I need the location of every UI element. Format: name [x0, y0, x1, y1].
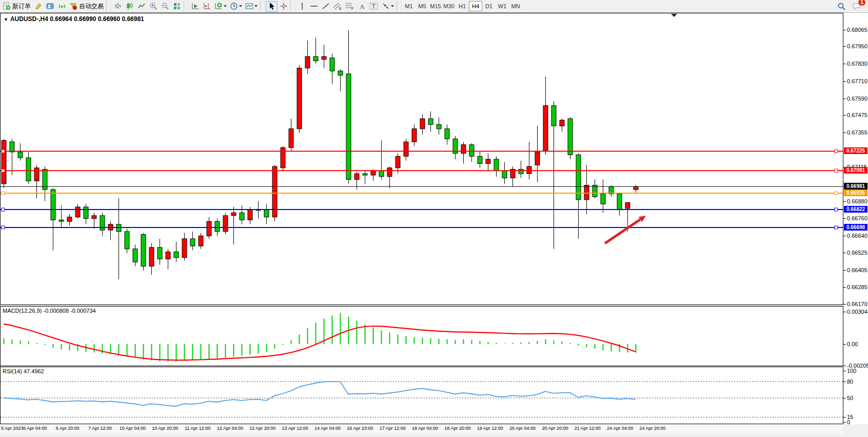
text-label-icon: T	[369, 2, 379, 10]
indicators-button[interactable]	[213, 1, 228, 12]
cursor-button[interactable]	[266, 1, 278, 12]
time-axis-label: 6 Apr 04:00	[23, 426, 47, 431]
candle-body	[10, 142, 14, 152]
time-axis-label: 17 Apr 12:00	[380, 426, 406, 431]
candle-body	[133, 249, 137, 262]
time-axis-label: 10 Apr 04:00	[120, 426, 146, 431]
timeframe-button-h4[interactable]: H4	[469, 1, 482, 11]
candle-body	[551, 106, 556, 126]
fibo-glyph: F	[351, 7, 353, 10]
candle-body	[543, 106, 548, 150]
search-icon	[837, 2, 846, 11]
notification-badge: 1	[858, 0, 866, 6]
time-axis-label: 12 Apr 20:00	[249, 426, 275, 431]
timeframe-button-h1[interactable]: H1	[456, 1, 469, 11]
time-axis-label: 24 Apr 20:00	[639, 426, 665, 431]
periods-button[interactable]	[228, 1, 244, 12]
candle-body	[404, 142, 408, 156]
text-label-button[interactable]: T	[368, 1, 380, 12]
candles-chart-icon	[126, 2, 134, 10]
macd-panel[interactable]: MACD(12,26,9) -0.000808 -0.000734	[0, 306, 843, 366]
zoom-out-button[interactable]	[159, 1, 171, 12]
text-button[interactable]: A	[356, 1, 368, 12]
timeframe-button-m5[interactable]: M5	[416, 1, 429, 11]
axis-tick-label: 0.67475	[847, 112, 867, 118]
chevron-down-icon	[254, 5, 258, 7]
styler-button[interactable]	[32, 1, 44, 12]
candle-body	[412, 129, 417, 142]
templates-button[interactable]	[244, 1, 259, 12]
candle-body	[157, 248, 162, 259]
fibo-button[interactable]: F	[344, 1, 356, 12]
candlestick-plot	[1, 13, 843, 305]
chart-shift-icon	[203, 2, 211, 10]
tile-windows-icon	[173, 2, 181, 10]
candle-body	[84, 207, 88, 219]
axis-tick-label: 0.67355	[847, 129, 867, 136]
template-icon	[245, 2, 253, 10]
axis-tick-mark	[843, 218, 846, 219]
chart-title-symbol: AUDUSD-,H4	[10, 15, 48, 23]
search-button[interactable]	[836, 1, 847, 12]
new-order-icon	[3, 2, 11, 10]
candle-body	[305, 56, 310, 68]
time-axis-label: 5 Apr 2023	[1, 426, 24, 431]
candle-body	[387, 168, 392, 177]
axis-tick-mark	[843, 270, 846, 271]
candle-body	[166, 252, 170, 259]
time-axis-label: 6 Apr 20:00	[56, 426, 80, 431]
time-axis[interactable]: 5 Apr 20236 Apr 04:006 Apr 20:007 Apr 12…	[0, 424, 843, 434]
axis-tick-label: 0.68065	[847, 27, 867, 33]
profiles-button[interactable]	[44, 1, 56, 12]
time-axis-label: 19 Apr 12:00	[477, 426, 503, 431]
timeframe-button-m30[interactable]: M30	[442, 1, 456, 11]
candle-body	[568, 119, 573, 155]
chart-shift-button[interactable]	[201, 1, 213, 12]
axis-tick-mark	[843, 30, 846, 30]
rsi-panel[interactable]: RSI(14) 47.4962	[0, 367, 843, 424]
candle-body	[354, 174, 359, 179]
autotrade-button[interactable]: 自动交易	[68, 1, 105, 12]
time-axis-label: 11 Apr 12:00	[185, 426, 210, 431]
candle-body	[330, 58, 334, 71]
rsi-plot	[1, 367, 843, 424]
axis-tick-mark	[843, 398, 846, 398]
line-anchor	[835, 149, 838, 153]
candle-body	[174, 252, 179, 257]
rsi-tick-label: 100	[847, 368, 856, 374]
crosshair-button[interactable]	[278, 1, 289, 12]
timeframe-button-m1[interactable]: M1	[402, 1, 416, 11]
trendline-button[interactable]	[320, 1, 331, 12]
candle-body	[527, 166, 531, 174]
styler-icon	[34, 2, 43, 10]
horizontal-line-button[interactable]	[308, 1, 320, 12]
timeframe-button-d1[interactable]: D1	[482, 1, 496, 11]
candle-body	[601, 194, 605, 204]
chart-title-quotes: 0.66964 0.66990 0.66960 0.66981	[50, 15, 144, 23]
candle-body	[26, 158, 31, 181]
axis-tick-mark	[843, 366, 846, 366]
candle-body	[223, 216, 228, 232]
price-chart-panel[interactable]: ▼AUDUSD-,H4 0.66964 0.66990 0.66960 0.66…	[0, 13, 843, 305]
tile-windows-button[interactable]	[171, 1, 183, 12]
arrows-button[interactable]	[380, 1, 396, 12]
new-order-button[interactable]: 新订单	[1, 1, 32, 12]
timeframe-button-w1[interactable]: W1	[496, 1, 509, 11]
candle-body	[617, 194, 622, 210]
bars-chart-button[interactable]	[112, 1, 124, 12]
price-axis[interactable]: 0.680650.679500.678300.677100.675900.674…	[843, 13, 868, 424]
signals-button[interactable]	[56, 1, 68, 12]
candles-chart-button[interactable]	[124, 1, 135, 12]
line-chart-button[interactable]	[135, 1, 147, 12]
toolbar-separator	[397, 1, 401, 11]
autoscroll-button[interactable]	[189, 1, 201, 12]
notifications-button[interactable]: 1	[851, 1, 863, 12]
candle-body	[560, 120, 564, 126]
vertical-line-button[interactable]	[296, 1, 308, 12]
channel-button[interactable]: E	[331, 1, 344, 12]
time-axis-label: 18 Apr 20:00	[444, 426, 470, 431]
zoom-in-button[interactable]	[147, 1, 159, 12]
candle-body	[502, 171, 507, 178]
timeframe-button-mn[interactable]: MN	[509, 1, 522, 11]
timeframe-button-m15[interactable]: M15	[429, 1, 442, 11]
